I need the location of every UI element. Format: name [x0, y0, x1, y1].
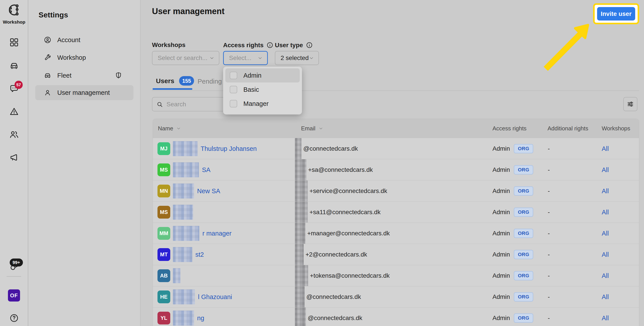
info-icon[interactable]	[306, 42, 313, 49]
email-text: @connectedcars.dk	[303, 145, 358, 152]
workshops-all-link[interactable]: All	[602, 230, 609, 237]
workshops-select[interactable]: Select or search...	[152, 51, 219, 65]
redacted-email	[295, 223, 306, 244]
redacted-email	[295, 286, 304, 307]
org-badge: ORG	[514, 208, 533, 217]
additional-rights: -	[548, 286, 550, 307]
checkbox[interactable]	[230, 86, 237, 93]
invite-user-highlight-box: Invite user	[593, 3, 639, 24]
additional-rights: -	[548, 138, 550, 159]
org-badge: ORG	[514, 292, 533, 301]
user-type-filter-label: User type	[275, 42, 313, 49]
dropdown-option-manager[interactable]: Manager	[225, 97, 300, 111]
page-title: User management	[152, 7, 224, 16]
main-content: User management Invite user Workshops Ac…	[141, 0, 644, 326]
invite-user-button[interactable]: Invite user	[597, 7, 635, 21]
workshops-all-link[interactable]: All	[602, 145, 609, 152]
user-avatar[interactable]: OF	[8, 289, 20, 301]
table-row: HE l Ghazouani @connectedcars.dk AdminOR…	[153, 286, 639, 307]
redacted-email	[295, 202, 308, 223]
column-header-additional-rights: Additional rights	[548, 119, 588, 138]
rail-divider	[6, 276, 21, 277]
email-text: +2@connectedcars.dk	[306, 251, 367, 258]
avatar: MS	[158, 164, 170, 176]
sidebar-item-user-management[interactable]: User management	[35, 85, 134, 100]
workshops-all-link[interactable]: All	[602, 209, 609, 216]
customers-icon[interactable]	[9, 129, 19, 140]
announcements-icon[interactable]	[9, 152, 19, 162]
dropdown-option-basic[interactable]: Basic	[225, 82, 300, 97]
redacted-name	[173, 141, 198, 156]
access-level: Admin	[492, 314, 510, 321]
access-level: Admin	[492, 293, 510, 300]
user-name-link[interactable]: Thulstrup Johansen	[201, 145, 257, 152]
checkbox[interactable]	[230, 72, 237, 79]
sort-chevron-icon	[176, 126, 181, 131]
settings-sidebar: Settings Account Workshop Fleet User man…	[29, 0, 140, 326]
user-name-link[interactable]: st2	[195, 251, 204, 258]
email-text: +manager@connectedcars.dk	[307, 230, 390, 237]
help-icon[interactable]	[9, 313, 19, 323]
vehicles-icon[interactable]	[9, 61, 19, 71]
table-row: MT st2 +2@connectedcars.dk AdminORG - Al…	[153, 244, 639, 265]
user-type-select[interactable]: 2 selected	[275, 51, 319, 65]
tab-users[interactable]: Users 155	[156, 76, 194, 86]
redacted-email	[295, 244, 304, 265]
table-filter-button[interactable]	[623, 97, 638, 111]
chevron-down-icon	[309, 55, 314, 61]
table-header: Name Email Access rights Additional righ…	[153, 119, 639, 138]
info-icon[interactable]	[266, 42, 274, 49]
access-rights-filter-label: Access rights	[223, 42, 274, 49]
access-rights-select[interactable]: Select...	[223, 51, 268, 65]
sidebar-item-label: Fleet	[57, 72, 71, 79]
additional-rights: -	[548, 307, 550, 326]
column-header-access-rights: Access rights	[492, 119, 526, 138]
dashboard-icon[interactable]	[9, 37, 19, 47]
table-row: MN New SA +service@connectedcars.dk Admi…	[153, 180, 639, 201]
user-name-link[interactable]: l Ghazouani	[198, 293, 232, 301]
alerts-icon[interactable]	[9, 106, 19, 117]
avatar: MM	[158, 227, 170, 240]
users-table: Name Email Access rights Additional righ…	[153, 119, 639, 326]
sidebar-title: Settings	[38, 11, 68, 19]
dropdown-option-admin[interactable]: Admin	[225, 68, 300, 82]
redacted-email	[295, 159, 306, 181]
table-row: MS +sa11@connectedcars.dk AdminORG - All	[153, 201, 639, 223]
email-text: +service@connectedcars.dk	[310, 188, 387, 195]
sidebar-item-fleet[interactable]: Fleet	[35, 68, 134, 83]
access-level: Admin	[492, 145, 510, 152]
user-name-link[interactable]: r manager	[202, 230, 232, 237]
sidebar-item-account[interactable]: Account	[35, 32, 134, 47]
column-header-email[interactable]: Email	[301, 119, 323, 138]
user-icon	[44, 89, 52, 97]
workshops-all-link[interactable]: All	[602, 251, 609, 258]
org-badge: ORG	[514, 271, 533, 280]
sliders-icon	[626, 100, 634, 108]
user-name-link[interactable]: SA	[202, 166, 210, 174]
workshops-all-link[interactable]: All	[602, 188, 609, 195]
workshops-all-link[interactable]: All	[602, 293, 609, 301]
redacted-name	[173, 310, 194, 325]
workshops-all-link[interactable]: All	[602, 314, 609, 322]
redacted-name	[173, 162, 199, 177]
email-text: @connectedcars.dk	[308, 314, 362, 321]
user-name-link[interactable]: ng	[197, 314, 204, 322]
user-name-link[interactable]: New SA	[197, 188, 220, 195]
wrench-icon	[44, 54, 52, 62]
additional-rights: -	[548, 265, 550, 286]
fleet-icon	[44, 71, 52, 79]
redacted-email	[295, 138, 302, 159]
workshops-all-link[interactable]: All	[602, 166, 609, 174]
email-text: +sa11@connectedcars.dk	[310, 209, 380, 216]
sidebar-item-workshop[interactable]: Workshop	[35, 50, 134, 65]
access-level: Admin	[492, 166, 510, 173]
connectedcars-logo[interactable]	[7, 3, 21, 19]
sidebar-item-label: Workshop	[57, 54, 86, 61]
redacted-name	[173, 268, 180, 283]
workshops-all-link[interactable]: All	[602, 272, 609, 279]
checkbox[interactable]	[230, 100, 237, 107]
tab-pending-invitations[interactable]: Pending i	[198, 78, 225, 85]
account-icon	[44, 36, 52, 44]
additional-rights: -	[548, 223, 550, 244]
column-header-name[interactable]: Name	[158, 119, 181, 138]
